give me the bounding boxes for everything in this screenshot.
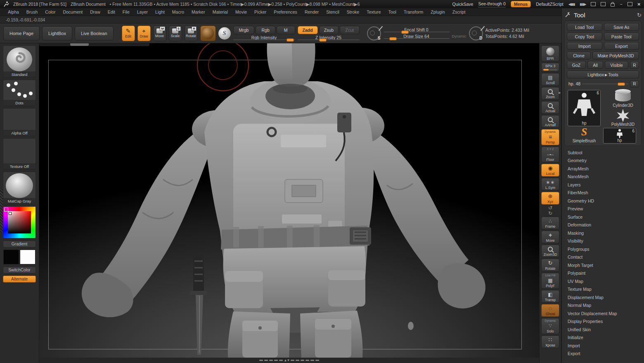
- edit-button[interactable]: ✎ Edit: [122, 26, 135, 41]
- subpalette-header[interactable]: Geometry: [568, 157, 642, 165]
- left-tray-divider[interactable]: [0, 188, 3, 233]
- rgb-button[interactable]: Rgb: [256, 26, 275, 34]
- menu-item[interactable]: Color: [41, 9, 59, 14]
- lightbox-tools-button[interactable]: Lightbox►Tools: [567, 71, 639, 78]
- right-shelf-button[interactable]: Rotate: [541, 259, 559, 271]
- document-canvas[interactable]: ▲▼: [39, 43, 539, 363]
- live-boolean-button[interactable]: Live Boolean: [75, 26, 114, 40]
- tool-name-track[interactable]: [582, 84, 628, 84]
- export-button[interactable]: Export: [604, 42, 639, 50]
- subpalette-header[interactable]: Masking: [568, 229, 642, 237]
- right-tray-divider-handle[interactable]: ▶: [558, 76, 561, 109]
- subpalette-header[interactable]: Polygroups: [568, 245, 642, 253]
- menu-item[interactable]: Layer: [133, 9, 152, 14]
- menu-item[interactable]: Stroke: [343, 9, 363, 14]
- subpalette-header[interactable]: Surface: [568, 213, 642, 221]
- lightbox-button[interactable]: LightBox: [42, 26, 72, 40]
- main-color-swatch[interactable]: [3, 250, 19, 264]
- menu-item[interactable]: File: [119, 9, 133, 14]
- subpalette-header[interactable]: Subtool: [568, 148, 642, 157]
- subpalette-header[interactable]: Vector Displacement Map: [568, 309, 642, 318]
- scale-button[interactable]: S Scale: [169, 26, 182, 41]
- tool-name-handle[interactable]: [618, 82, 625, 86]
- draw-button[interactable]: ⌖ Draw: [137, 26, 151, 41]
- menu-item[interactable]: Brush: [23, 9, 41, 14]
- subpalette-header[interactable]: Unified Skin: [568, 325, 642, 334]
- menu-item[interactable]: Zplugin: [427, 9, 448, 14]
- subpalette-header[interactable]: Display Properties: [568, 318, 642, 326]
- tool-item-hp-active[interactable]: 6 hp: [568, 90, 601, 126]
- restore-icon[interactable]: [627, 2, 632, 6]
- collapse-right-tray-icon[interactable]: ▮▮▮▶: [580, 2, 586, 6]
- current-brush-thumbnail[interactable]: Standard: [3, 45, 36, 78]
- right-shelf-button[interactable]: SPix 3: [541, 63, 559, 72]
- subpalette-header[interactable]: Displacement Map: [568, 293, 642, 302]
- m-button[interactable]: M: [277, 26, 295, 34]
- spix-mini-slider[interactable]: [543, 69, 557, 71]
- right-shelf-button[interactable]: Zoom: [541, 87, 559, 100]
- menu-item[interactable]: Light: [152, 9, 168, 14]
- subpalette-header[interactable]: Polypaint: [568, 269, 642, 278]
- scrollbar-handle[interactable]: [70, 43, 89, 46]
- window-layout-icon[interactable]: [601, 2, 606, 6]
- menu-item[interactable]: Texture: [363, 9, 384, 14]
- menu-item[interactable]: Marker: [188, 9, 209, 14]
- menu-item[interactable]: Render: [301, 9, 322, 14]
- zadd-button[interactable]: Zadd: [298, 26, 318, 34]
- menu-item[interactable]: Preferences: [270, 9, 301, 14]
- mrgb-button[interactable]: Mrgb: [233, 26, 255, 34]
- clone-button[interactable]: Clone: [567, 52, 591, 59]
- current-material-thumbnail[interactable]: MatCap Gray: [3, 172, 36, 204]
- subpalette-header[interactable]: Normal Map: [568, 302, 642, 310]
- make-polymesh3d-button[interactable]: Make PolyMesh3D: [592, 52, 639, 59]
- right-shelf-button[interactable]: Dynamic Persp: [541, 129, 559, 145]
- subpalette-header[interactable]: Import: [568, 342, 642, 350]
- see-through-slider[interactable]: See-through 0: [478, 1, 506, 7]
- right-shelf-button[interactable]: Xyz: [541, 192, 559, 205]
- palette-refresh-icon[interactable]: ↻: [637, 12, 642, 18]
- right-shelf-button[interactable]: BPR: [541, 45, 559, 61]
- draw-size-slider[interactable]: Draw Size 64: [384, 34, 450, 40]
- gradient-button[interactable]: Gradient: [3, 240, 36, 248]
- switch-color-button[interactable]: SwitchColor: [3, 266, 36, 273]
- paste-tool-button[interactable]: Paste Tool: [604, 33, 639, 40]
- right-shelf-button[interactable]: L.Sym: [541, 178, 559, 191]
- goz-button[interactable]: GoZ: [567, 61, 586, 69]
- subpalette-header[interactable]: Deformation: [568, 221, 642, 229]
- right-shelf-button[interactable]: Local: [541, 164, 559, 177]
- tool-name-slider[interactable]: hp. 48 R: [567, 80, 639, 87]
- menu-item[interactable]: Picker: [251, 9, 270, 14]
- right-shelf-button[interactable]: Ghost: [541, 304, 559, 317]
- menu-item[interactable]: Edit: [104, 9, 119, 14]
- subpalette-header[interactable]: Texture Map: [568, 285, 642, 294]
- right-shelf-button[interactable]: Zoom3D: [541, 245, 559, 257]
- current-color-sphere[interactable]: S: [218, 27, 231, 40]
- copy-tool-button[interactable]: Copy Tool: [567, 33, 602, 40]
- current-alpha-thumbnail[interactable]: Alpha Off: [3, 108, 36, 136]
- save-as-button[interactable]: Save As: [604, 23, 639, 31]
- import-button[interactable]: Import: [567, 42, 602, 50]
- menu-item[interactable]: Macro: [168, 9, 188, 14]
- subpalette-header[interactable]: Geometry HD: [568, 197, 642, 205]
- right-shelf-button[interactable]: Actual: [541, 101, 559, 114]
- subpalette-header[interactable]: Preview: [568, 205, 642, 213]
- tray-toggle-icon[interactable]: [591, 2, 596, 6]
- collapse-left-tray-icon[interactable]: ◀▮▮▮: [568, 2, 575, 6]
- default-zscript-button[interactable]: DefaultZScript: [536, 2, 564, 7]
- lock-icon[interactable]: [611, 3, 615, 7]
- right-shelf-button[interactable]: Move: [541, 231, 559, 243]
- dynamic-mode-label[interactable]: Dynamic: [452, 34, 466, 38]
- dynamic-dial-icon[interactable]: D: [469, 26, 483, 40]
- rgb-intensity-slider[interactable]: Rgb Intensity: [233, 35, 295, 41]
- menus-button[interactable]: Menus: [511, 1, 531, 7]
- z-intensity-handle[interactable]: [319, 38, 327, 42]
- right-shelf-button[interactable]: Scroll: [541, 73, 559, 86]
- tool-item-simplebrush[interactable]: S SimpleBrush: [568, 127, 601, 144]
- zsub-button[interactable]: Zsub: [319, 26, 339, 34]
- right-shelf-button[interactable]: [541, 210, 559, 216]
- current-texture-thumbnail[interactable]: Texture Off: [3, 138, 36, 170]
- current-stroke-thumbnail[interactable]: Dots: [3, 80, 36, 106]
- subpalette-header[interactable]: ArrayMesh: [568, 165, 642, 173]
- goz-all-button[interactable]: All: [587, 61, 603, 69]
- close-icon[interactable]: ✕: [637, 2, 641, 7]
